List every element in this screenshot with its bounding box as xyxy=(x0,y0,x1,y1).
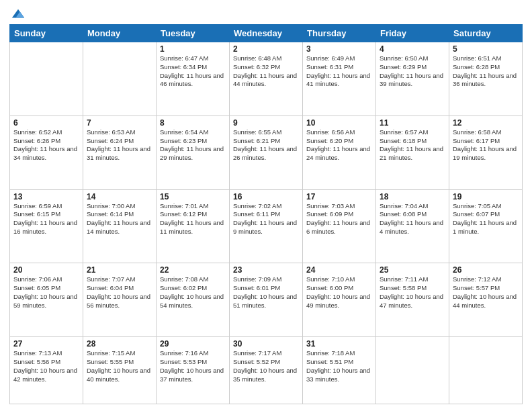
calendar-cell: 11Sunrise: 6:57 AM Sunset: 6:18 PM Dayli… xyxy=(376,116,449,189)
day-number: 26 xyxy=(453,265,519,275)
calendar-cell: 16Sunrise: 7:02 AM Sunset: 6:11 PM Dayli… xyxy=(230,189,303,263)
calendar-cell: 8Sunrise: 6:54 AM Sunset: 6:23 PM Daylig… xyxy=(157,116,230,189)
logo-icon xyxy=(11,7,26,21)
day-info: Sunrise: 7:16 AM Sunset: 5:53 PM Dayligh… xyxy=(160,349,226,383)
calendar-cell: 21Sunrise: 7:07 AM Sunset: 6:04 PM Dayli… xyxy=(83,263,157,337)
day-number: 7 xyxy=(87,118,152,128)
day-number: 27 xyxy=(13,339,79,349)
day-info: Sunrise: 6:54 AM Sunset: 6:23 PM Dayligh… xyxy=(160,128,226,163)
calendar-week-3: 13Sunrise: 6:59 AM Sunset: 6:15 PM Dayli… xyxy=(10,189,523,263)
day-number: 6 xyxy=(13,118,79,128)
calendar-cell xyxy=(449,337,523,404)
day-number: 22 xyxy=(160,265,226,275)
day-info: Sunrise: 7:13 AM Sunset: 5:56 PM Dayligh… xyxy=(13,349,79,383)
page: SundayMondayTuesdayWednesdayThursdayFrid… xyxy=(0,0,532,411)
day-number: 11 xyxy=(380,118,445,128)
day-info: Sunrise: 6:50 AM Sunset: 6:29 PM Dayligh… xyxy=(380,54,445,89)
calendar-cell: 7Sunrise: 6:53 AM Sunset: 6:24 PM Daylig… xyxy=(83,116,157,189)
day-info: Sunrise: 6:49 AM Sunset: 6:31 PM Dayligh… xyxy=(306,54,372,89)
day-info: Sunrise: 6:48 AM Sunset: 6:32 PM Dayligh… xyxy=(233,54,299,89)
day-info: Sunrise: 7:00 AM Sunset: 6:14 PM Dayligh… xyxy=(87,202,152,236)
day-info: Sunrise: 6:57 AM Sunset: 6:18 PM Dayligh… xyxy=(380,128,445,163)
day-info: Sunrise: 7:01 AM Sunset: 6:12 PM Dayligh… xyxy=(160,202,226,236)
day-info: Sunrise: 7:06 AM Sunset: 6:05 PM Dayligh… xyxy=(13,275,79,310)
day-info: Sunrise: 7:09 AM Sunset: 6:01 PM Dayligh… xyxy=(233,275,299,310)
weekday-header-wednesday: Wednesday xyxy=(230,25,303,42)
day-number: 3 xyxy=(306,44,372,54)
day-info: Sunrise: 6:53 AM Sunset: 6:24 PM Dayligh… xyxy=(87,128,152,163)
day-number: 21 xyxy=(87,265,152,275)
calendar-cell xyxy=(376,337,449,404)
header xyxy=(9,7,523,19)
calendar-cell: 20Sunrise: 7:06 AM Sunset: 6:05 PM Dayli… xyxy=(10,263,83,337)
day-number: 9 xyxy=(233,118,299,128)
calendar-cell: 23Sunrise: 7:09 AM Sunset: 6:01 PM Dayli… xyxy=(230,263,303,337)
calendar-cell: 31Sunrise: 7:18 AM Sunset: 5:51 PM Dayli… xyxy=(303,337,376,404)
day-info: Sunrise: 7:05 AM Sunset: 6:07 PM Dayligh… xyxy=(453,202,519,236)
day-info: Sunrise: 6:47 AM Sunset: 6:34 PM Dayligh… xyxy=(160,54,226,89)
calendar-cell xyxy=(83,42,157,116)
weekday-header-row: SundayMondayTuesdayWednesdayThursdayFrid… xyxy=(10,25,523,42)
calendar-cell: 24Sunrise: 7:10 AM Sunset: 6:00 PM Dayli… xyxy=(303,263,376,337)
day-number: 20 xyxy=(13,265,79,275)
day-number: 5 xyxy=(453,44,519,54)
day-info: Sunrise: 7:03 AM Sunset: 6:09 PM Dayligh… xyxy=(306,202,372,236)
calendar-week-1: 1Sunrise: 6:47 AM Sunset: 6:34 PM Daylig… xyxy=(10,42,523,116)
calendar-cell xyxy=(10,42,83,116)
day-number: 25 xyxy=(380,265,445,275)
day-number: 24 xyxy=(306,265,372,275)
day-number: 16 xyxy=(233,192,299,201)
day-info: Sunrise: 7:04 AM Sunset: 6:08 PM Dayligh… xyxy=(380,202,445,236)
day-number: 8 xyxy=(160,118,226,128)
calendar-cell: 12Sunrise: 6:58 AM Sunset: 6:17 PM Dayli… xyxy=(449,116,523,189)
calendar-week-4: 20Sunrise: 7:06 AM Sunset: 6:05 PM Dayli… xyxy=(10,263,523,337)
calendar-cell: 2Sunrise: 6:48 AM Sunset: 6:32 PM Daylig… xyxy=(230,42,303,116)
logo xyxy=(9,7,26,19)
calendar-week-5: 27Sunrise: 7:13 AM Sunset: 5:56 PM Dayli… xyxy=(10,337,523,404)
calendar-cell: 22Sunrise: 7:08 AM Sunset: 6:02 PM Dayli… xyxy=(157,263,230,337)
day-number: 4 xyxy=(380,44,445,54)
calendar-week-2: 6Sunrise: 6:52 AM Sunset: 6:26 PM Daylig… xyxy=(10,116,523,189)
day-number: 15 xyxy=(160,192,226,201)
calendar-cell: 10Sunrise: 6:56 AM Sunset: 6:20 PM Dayli… xyxy=(303,116,376,189)
calendar-cell: 3Sunrise: 6:49 AM Sunset: 6:31 PM Daylig… xyxy=(303,42,376,116)
calendar-cell: 18Sunrise: 7:04 AM Sunset: 6:08 PM Dayli… xyxy=(376,189,449,263)
day-number: 1 xyxy=(160,44,226,54)
calendar-cell: 27Sunrise: 7:13 AM Sunset: 5:56 PM Dayli… xyxy=(10,337,83,404)
day-info: Sunrise: 7:08 AM Sunset: 6:02 PM Dayligh… xyxy=(160,275,226,310)
day-number: 18 xyxy=(380,192,445,201)
calendar-cell: 28Sunrise: 7:15 AM Sunset: 5:55 PM Dayli… xyxy=(83,337,157,404)
day-number: 28 xyxy=(87,339,152,349)
day-info: Sunrise: 7:15 AM Sunset: 5:55 PM Dayligh… xyxy=(87,349,152,383)
day-info: Sunrise: 6:58 AM Sunset: 6:17 PM Dayligh… xyxy=(453,128,519,163)
day-info: Sunrise: 6:59 AM Sunset: 6:15 PM Dayligh… xyxy=(13,202,79,236)
weekday-header-thursday: Thursday xyxy=(303,25,376,42)
calendar-cell: 13Sunrise: 6:59 AM Sunset: 6:15 PM Dayli… xyxy=(10,189,83,263)
day-number: 31 xyxy=(306,339,372,349)
day-number: 2 xyxy=(233,44,299,54)
calendar-cell: 6Sunrise: 6:52 AM Sunset: 6:26 PM Daylig… xyxy=(10,116,83,189)
calendar-cell: 1Sunrise: 6:47 AM Sunset: 6:34 PM Daylig… xyxy=(157,42,230,116)
calendar-cell: 9Sunrise: 6:55 AM Sunset: 6:21 PM Daylig… xyxy=(230,116,303,189)
day-number: 29 xyxy=(160,339,226,349)
calendar-cell: 30Sunrise: 7:17 AM Sunset: 5:52 PM Dayli… xyxy=(230,337,303,404)
day-number: 23 xyxy=(233,265,299,275)
calendar-cell: 25Sunrise: 7:11 AM Sunset: 5:58 PM Dayli… xyxy=(376,263,449,337)
day-info: Sunrise: 6:55 AM Sunset: 6:21 PM Dayligh… xyxy=(233,128,299,163)
calendar-cell: 5Sunrise: 6:51 AM Sunset: 6:28 PM Daylig… xyxy=(449,42,523,116)
calendar-cell: 15Sunrise: 7:01 AM Sunset: 6:12 PM Dayli… xyxy=(157,189,230,263)
day-info: Sunrise: 7:12 AM Sunset: 5:57 PM Dayligh… xyxy=(453,275,519,310)
day-info: Sunrise: 6:56 AM Sunset: 6:20 PM Dayligh… xyxy=(306,128,372,163)
day-info: Sunrise: 6:51 AM Sunset: 6:28 PM Dayligh… xyxy=(453,54,519,89)
day-number: 17 xyxy=(306,192,372,201)
weekday-header-sunday: Sunday xyxy=(10,25,83,42)
day-info: Sunrise: 7:07 AM Sunset: 6:04 PM Dayligh… xyxy=(87,275,152,310)
calendar-cell: 4Sunrise: 6:50 AM Sunset: 6:29 PM Daylig… xyxy=(376,42,449,116)
day-info: Sunrise: 6:52 AM Sunset: 6:26 PM Dayligh… xyxy=(13,128,79,163)
day-info: Sunrise: 7:11 AM Sunset: 5:58 PM Dayligh… xyxy=(380,275,445,310)
calendar-cell: 17Sunrise: 7:03 AM Sunset: 6:09 PM Dayli… xyxy=(303,189,376,263)
weekday-header-monday: Monday xyxy=(83,25,157,42)
day-number: 12 xyxy=(453,118,519,128)
calendar-table: SundayMondayTuesdayWednesdayThursdayFrid… xyxy=(9,24,523,404)
day-number: 13 xyxy=(13,192,79,201)
